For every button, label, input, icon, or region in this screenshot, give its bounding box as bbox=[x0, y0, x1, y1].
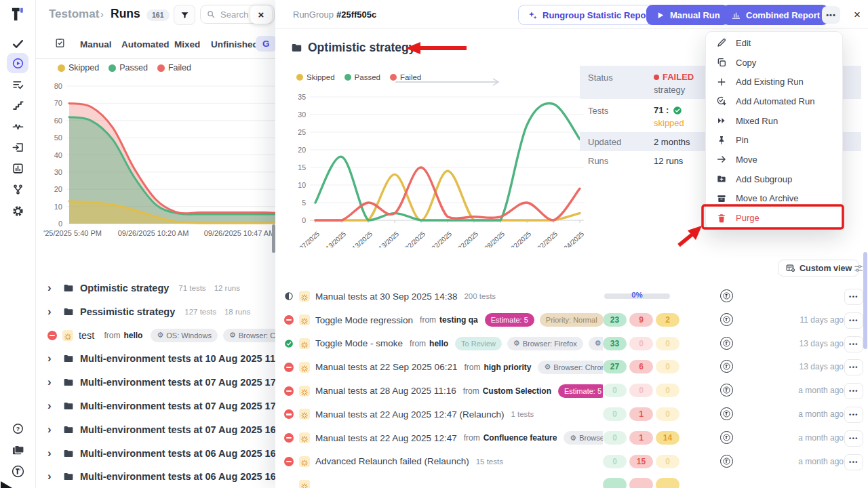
rungroup-statistic-report-button[interactable]: Rungroup Statistic Report bbox=[518, 5, 662, 25]
tab-mixed[interactable]: Mixed bbox=[174, 39, 200, 49]
tab-g[interactable]: G bbox=[256, 36, 277, 52]
menu-item-pin[interactable]: Pin bbox=[706, 130, 842, 150]
sliders-icon[interactable] bbox=[853, 263, 864, 274]
svg-text:?: ? bbox=[16, 425, 19, 432]
combined-report-button[interactable]: Combined Report bbox=[722, 5, 829, 25]
tab-manual[interactable]: Manual bbox=[80, 39, 112, 49]
group-row[interactable]: ›Multi-environment tests at 06 Aug 2025 … bbox=[47, 443, 300, 464]
filter-button[interactable] bbox=[174, 5, 195, 25]
from-label: from bbox=[464, 433, 480, 443]
sidebar-item-list-check[interactable] bbox=[7, 75, 28, 95]
row-menu-button[interactable]: ••• bbox=[844, 430, 863, 447]
sidebar-item-check[interactable] bbox=[7, 33, 28, 54]
group-row[interactable]: ›Multi-environment tests at 07 Aug 2025 … bbox=[47, 420, 300, 440]
avatar[interactable] bbox=[720, 337, 733, 350]
modal-legend-item-label: Passed bbox=[355, 73, 380, 81]
chevron-right-icon[interactable]: › bbox=[47, 307, 57, 317]
row-menu-button[interactable]: ••• bbox=[844, 383, 863, 399]
menu-item-edit[interactable]: Edit bbox=[706, 33, 842, 53]
group-row[interactable]: ›Multi-environment tests at 07 Aug 2025 … bbox=[47, 396, 300, 416]
check-circle-icon bbox=[673, 106, 682, 115]
avatar-logo-icon bbox=[723, 340, 730, 347]
close-panel-button[interactable]: × bbox=[849, 6, 865, 24]
scroll-right-arrow-icon[interactable] bbox=[394, 77, 504, 87]
sidebar-item-help[interactable]: ? bbox=[7, 418, 28, 439]
search-clear-button[interactable]: × bbox=[250, 5, 272, 24]
group-row[interactable]: ›Optimistic strategy71 tests12 runs bbox=[47, 278, 248, 298]
row-menu-button[interactable]: ••• bbox=[844, 289, 863, 305]
count-yellow-badge: 0 bbox=[656, 360, 679, 373]
breadcrumb-parent[interactable]: Testomat bbox=[49, 7, 99, 21]
runs-history-chart: 80706050403020100'25/2025 5:40 PM09/26/2… bbox=[35, 60, 275, 241]
run-title: Advanced Relaunch failed (Relaunch) bbox=[315, 456, 469, 466]
menu-item-purge[interactable]: Purge bbox=[706, 208, 842, 228]
menu-item-add-automated-run[interactable]: Add Automated Run bbox=[706, 92, 842, 111]
avatar[interactable] bbox=[720, 313, 733, 326]
group-row[interactable]: ›Pessimistic strategy127 tests18 runs bbox=[47, 302, 258, 322]
chevron-right-icon[interactable]: › bbox=[47, 425, 57, 434]
row-menu-button[interactable]: ••• bbox=[844, 359, 863, 375]
avatar[interactable] bbox=[720, 431, 733, 444]
run-row[interactable]: Manual tests at 28 Aug 2025 11:16fromCus… bbox=[275, 379, 868, 403]
row-menu-button[interactable]: ••• bbox=[844, 336, 863, 352]
group-row[interactable]: ›Multi-environment tests at 07 Aug 2025 … bbox=[47, 372, 300, 392]
chevron-right-icon[interactable]: › bbox=[47, 354, 57, 363]
run-row[interactable] bbox=[275, 473, 868, 488]
run-timestamp: 11 days ago bbox=[800, 315, 844, 325]
menu-item-move[interactable]: Move bbox=[706, 150, 842, 169]
sidebar-item-pulse[interactable] bbox=[7, 116, 28, 136]
tab-automated[interactable]: Automated bbox=[121, 39, 170, 49]
chevron-right-icon[interactable]: › bbox=[47, 401, 57, 411]
menu-item-mixed-run[interactable]: Mixed Run bbox=[706, 111, 842, 131]
run-row[interactable]: Toggle Mode regressionfromtesting qaEsti… bbox=[275, 308, 868, 332]
context-menu: EditCopyAdd Existing RunAdd Automated Ru… bbox=[705, 31, 843, 230]
modal-scrollbar-thumb[interactable] bbox=[863, 252, 867, 349]
avatar[interactable] bbox=[720, 407, 733, 420]
chevron-right-icon[interactable]: › bbox=[47, 472, 57, 481]
menu-item-add-existing-run[interactable]: Add Existing Run bbox=[706, 72, 842, 92]
menu-item-move-to-archive[interactable]: Move to Archive bbox=[706, 189, 842, 209]
clipboard-check-icon[interactable] bbox=[54, 37, 66, 49]
menu-item-add-subgroup[interactable]: Add Subgroup bbox=[706, 169, 842, 189]
chevron-right-icon[interactable]: › bbox=[47, 378, 57, 387]
run-badge-label: To Review bbox=[461, 340, 496, 348]
failed-status-icon bbox=[284, 409, 294, 419]
row-menu-button[interactable]: ••• bbox=[844, 454, 863, 470]
run-row[interactable]: Manual tests at 30 Sep 2025 14:38200 tes… bbox=[275, 285, 868, 308]
group-row[interactable]: ›Multi-environment tests at 06 Aug 2025 … bbox=[47, 466, 300, 487]
sidebar-item-brand-circle[interactable] bbox=[7, 461, 28, 481]
sidebar-item-folders[interactable] bbox=[7, 439, 28, 460]
chevron-right-icon[interactable]: › bbox=[47, 449, 57, 458]
custom-view-button[interactable]: Custom view bbox=[778, 260, 859, 277]
avatar[interactable] bbox=[720, 360, 733, 373]
run-row[interactable]: Manual tests at 22 Sep 2025 06:21fromhig… bbox=[275, 355, 868, 379]
sidebar-item-steps[interactable] bbox=[7, 95, 28, 115]
breadcrumb-separator: › bbox=[100, 8, 104, 20]
menu-item-copy[interactable]: Copy bbox=[706, 53, 842, 73]
avatar[interactable] bbox=[720, 289, 733, 302]
more-actions-button[interactable]: ••• bbox=[822, 6, 840, 24]
run-row[interactable]: Advanced Relaunch failed (Relaunch)15 te… bbox=[275, 450, 868, 474]
group-name: Pessimistic strategy bbox=[80, 306, 175, 317]
sidebar-item-import[interactable] bbox=[7, 137, 28, 157]
sidebar-item-play-circle[interactable] bbox=[7, 53, 28, 73]
run-list-item[interactable]: testfromhello⚙OS: Windows⚙Browser: Chrom… bbox=[47, 325, 308, 346]
row-menu-button[interactable]: ••• bbox=[844, 407, 863, 423]
count-red-badge: 1 bbox=[629, 431, 653, 445]
folder-icon bbox=[62, 470, 75, 483]
sidebar-item-branch[interactable] bbox=[7, 179, 28, 199]
svg-text:08/13/2025: 08/13/2025 bbox=[370, 230, 401, 247]
run-row[interactable]: Manual tests at 22 Aug 2025 12:47fromCon… bbox=[275, 426, 868, 450]
brand-logo-icon[interactable] bbox=[9, 5, 26, 23]
chevron-right-icon[interactable]: › bbox=[47, 283, 57, 293]
manual-run-button[interactable]: Manual Run bbox=[646, 5, 729, 25]
tab-unfinished[interactable]: Unfinished bbox=[211, 39, 258, 49]
group-row[interactable]: ›Multi-environment tests at 10 Aug 2025 … bbox=[47, 348, 299, 369]
avatar[interactable] bbox=[720, 455, 733, 468]
run-row[interactable]: Toggle Mode - smokefromhelloTo Review⚙Br… bbox=[275, 332, 868, 356]
sidebar-item-gear[interactable] bbox=[7, 201, 28, 221]
row-menu-button[interactable]: ••• bbox=[844, 312, 863, 329]
avatar[interactable] bbox=[720, 384, 733, 396]
run-row[interactable]: Manual tests at 22 Aug 2025 12:47 (Relau… bbox=[275, 403, 868, 426]
sidebar-item-bar-chart[interactable] bbox=[7, 158, 28, 178]
